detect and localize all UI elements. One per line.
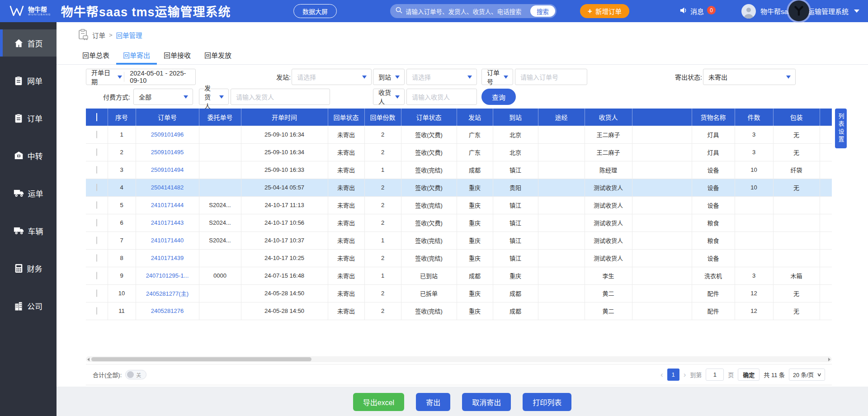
order-link[interactable]: 2405281276 — [151, 307, 184, 314]
shipper-input[interactable]: 请输入发货人 — [231, 89, 330, 105]
data-screen-button[interactable]: 数据大屏 — [293, 4, 337, 18]
send-status-select[interactable]: 未寄出 — [703, 69, 796, 85]
row-checkbox[interactable] — [86, 267, 108, 284]
table-row[interactable]: 3250910149425-09-10 16:33未寄出1签收(完结)成都镇江陈… — [86, 161, 832, 179]
row-checkbox[interactable] — [86, 214, 108, 232]
order-no-field-select[interactable]: 订单号 — [481, 69, 513, 85]
table-row[interactable]: 8241017143924-10-17 10:25未寄出2签收(完结)重庆镇江测… — [86, 249, 832, 267]
row-checkbox[interactable] — [86, 302, 108, 320]
cell-seq: 5 — [108, 196, 136, 214]
tab-回单总表[interactable]: 回单总表 — [75, 47, 116, 65]
floating-widget[interactable] — [787, 0, 811, 23]
sidebar-item-订单[interactable]: 订单 — [0, 104, 57, 132]
order-link[interactable]: 2410171443 — [151, 219, 184, 226]
table-row[interactable]: 2250910149525-09-10 16:34未寄出2签收(欠费)广东北京王… — [86, 143, 832, 161]
shipper-field-select[interactable]: 发货人 — [199, 89, 229, 105]
order-no-input[interactable]: 请输入订单号 — [515, 69, 587, 85]
to-station-select[interactable]: 请选择 — [406, 69, 477, 85]
action-button-取消寄出[interactable]: 取消寄出 — [462, 393, 511, 411]
row-checkbox[interactable] — [86, 143, 108, 161]
sidebar-item-中转[interactable]: 中转 — [0, 142, 57, 169]
order-link[interactable]: 2509101496 — [151, 131, 184, 138]
sidebar-item-运单[interactable]: 运单 — [0, 180, 57, 207]
table-row[interactable]: 52410171444S2024...24-10-17 11:13未寄出2签收(… — [86, 196, 832, 214]
action-button-打印列表[interactable]: 打印列表 — [523, 393, 571, 411]
row-checkbox[interactable] — [86, 161, 108, 179]
cell-package: 无 — [773, 126, 820, 143]
order-link[interactable]: 2410171440 — [151, 237, 184, 244]
select-all-checkbox[interactable] — [86, 109, 108, 126]
confirm-page-button[interactable]: 确定 — [738, 369, 760, 381]
table-row[interactable]: 72410171440S2024...24-10-17 10:37未寄出1签收(… — [86, 232, 832, 249]
cell-receiver: 陈经理 — [585, 161, 632, 179]
order-link[interactable]: 2405281277(主) — [146, 290, 189, 297]
phone-cell-blurred — [632, 143, 692, 161]
table-row[interactable]: 62410171443S2024...24-10-17 10:56未寄出2签收(… — [86, 214, 832, 232]
row-checkbox[interactable] — [86, 232, 108, 249]
table-row[interactable]: 102405281277(主)24-05-28 14:50未寄出2已拆单重庆成都… — [86, 284, 832, 302]
order-link[interactable]: 2407101295-1... — [146, 272, 189, 279]
table-row[interactable]: 1250910149625-09-10 16:34未寄出2签收(欠费)广东北京王… — [86, 126, 832, 143]
query-button[interactable]: 查询 — [481, 89, 516, 105]
scroll-right-icon[interactable] — [828, 358, 830, 361]
breadcrumb-section[interactable]: 订单 — [92, 30, 105, 40]
cell-from: 广东 — [457, 143, 493, 161]
tab-回单接收[interactable]: 回单接收 — [157, 47, 198, 65]
to-station-field-select[interactable]: 到站 — [373, 69, 405, 85]
row-checkbox[interactable] — [86, 126, 108, 143]
sidebar-item-公司[interactable]: 公司 — [0, 292, 57, 319]
payment-select[interactable]: 全部 — [133, 89, 193, 105]
row-checkbox[interactable] — [86, 196, 108, 214]
order-link[interactable]: 2504141482 — [151, 184, 184, 191]
sidebar-item-网单[interactable]: 网单 — [0, 67, 57, 94]
order-link[interactable]: 2410171439 — [151, 255, 184, 261]
breadcrumb-clipboard-icon — [78, 28, 89, 42]
cell-receiver: 测试收货人 — [585, 179, 632, 196]
scrollbar-thumb[interactable] — [91, 357, 311, 361]
row-checkbox[interactable] — [86, 179, 108, 196]
scroll-left-icon[interactable] — [87, 358, 90, 361]
cell-receipt_status: 未寄出 — [328, 161, 364, 179]
action-button-导出excel[interactable]: 导出excel — [353, 393, 404, 411]
row-checkbox[interactable] — [86, 249, 108, 267]
prev-page-button[interactable]: ‹ — [660, 371, 663, 378]
cell-to: 成都 — [493, 284, 538, 302]
receiver-input[interactable]: 请输入收货人 — [406, 89, 477, 105]
action-button-寄出[interactable]: 寄出 — [416, 393, 450, 411]
page-number-button[interactable]: 1 — [667, 369, 679, 381]
tab-回单寄出[interactable]: 回单寄出 — [116, 47, 157, 65]
sidebar-item-首页[interactable]: 首页 — [0, 29, 57, 57]
list-settings-tab[interactable]: 列表设置 — [835, 109, 847, 148]
messages-button[interactable]: 消息 0 — [679, 6, 716, 16]
phone-cell-blurred — [632, 284, 692, 302]
add-order-button[interactable]: + 新增订单 — [580, 4, 629, 18]
logo-w-icon — [9, 5, 24, 18]
open-date-filter[interactable]: 开单日期 2024-05-01 - 2025-09-10 — [86, 69, 196, 85]
next-page-button[interactable]: › — [684, 371, 686, 378]
page-size-select[interactable]: 20 条/页 ∨ — [789, 369, 825, 381]
cell-consign_no — [199, 249, 241, 267]
clipboard-icon — [14, 113, 23, 123]
table-row[interactable]: 4250414148225-04-14 05:57未寄出2签收(欠费)重庆贵阳测… — [86, 179, 832, 196]
cell-order_status: 签收(欠费) — [401, 214, 457, 232]
tab-回单发放[interactable]: 回单发放 — [198, 47, 238, 65]
order-link[interactable]: 2509101495 — [151, 149, 184, 156]
order-link[interactable]: 2509101494 — [151, 166, 184, 173]
cell-to: 镇江 — [493, 232, 538, 249]
cell-package — [773, 214, 820, 232]
receiver-field-select[interactable]: 收货人 — [373, 89, 405, 105]
table-row[interactable]: 11240528127624-05-28 14:50未寄出2签收(完结)重庆成都… — [86, 302, 832, 320]
global-search[interactable]: 请输入订单号、发货人、收货人、电话搜索 搜索 — [390, 4, 557, 18]
search-button[interactable]: 搜索 — [530, 5, 555, 17]
sidebar-item-财务[interactable]: 财务 — [0, 255, 57, 282]
totals-toggle[interactable]: 关 — [125, 370, 146, 379]
sidebar-item-车辆[interactable]: 车辆 — [0, 217, 57, 244]
app-logo[interactable]: 物牛帮 WUNIUBANG — [9, 5, 51, 18]
row-checkbox[interactable] — [86, 284, 108, 302]
goto-page-input[interactable] — [706, 369, 724, 381]
horizontal-scrollbar[interactable] — [86, 356, 832, 362]
table-row[interactable]: 92407101295-1...000024-07-15 16:48未寄出1已到… — [86, 267, 832, 284]
from-station-select[interactable]: 请选择 — [292, 69, 372, 85]
column-header: 件数 — [735, 109, 773, 126]
order-link[interactable]: 2410171444 — [151, 202, 184, 208]
